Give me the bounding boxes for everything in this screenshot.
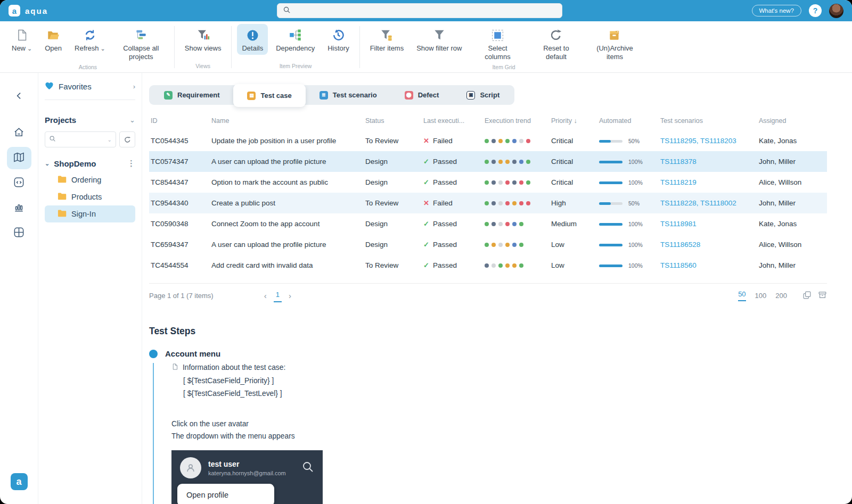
table-row[interactable]: TC6594347A user can upload the profile p… bbox=[149, 234, 827, 255]
brand-name: aqua bbox=[25, 6, 48, 15]
sidebar-item-projects[interactable] bbox=[7, 147, 31, 169]
trend-dot bbox=[519, 263, 523, 268]
chevron-down-icon[interactable]: ⌄ bbox=[108, 137, 112, 143]
table-row[interactable]: TC4544554Add credit card with invalid da… bbox=[149, 255, 827, 276]
tab-requirement[interactable]: ✎ Requirement bbox=[150, 85, 233, 105]
copy-pages-icon[interactable] bbox=[802, 291, 812, 301]
help-button[interactable]: ? bbox=[809, 4, 822, 17]
table-row[interactable]: TC9544340Create a public postTo Review✕F… bbox=[149, 193, 827, 213]
passed-check-icon: ✓ bbox=[423, 178, 429, 186]
automated: 50% bbox=[597, 199, 659, 207]
column-header-name[interactable]: Name bbox=[210, 117, 364, 125]
tab-test-scenario[interactable]: ≣ Test scenario bbox=[306, 85, 391, 105]
page-size-50[interactable]: 50 bbox=[738, 290, 746, 301]
next-page-icon[interactable]: › bbox=[289, 291, 291, 300]
test-scenarios-link[interactable]: TS1118378 bbox=[659, 158, 757, 166]
show-filter-row-button[interactable]: Show filter row bbox=[412, 24, 466, 55]
column-header-last-execution[interactable]: Last executi... bbox=[422, 117, 483, 125]
history-button[interactable]: History bbox=[323, 24, 354, 55]
chevron-left-icon bbox=[14, 90, 24, 103]
user-avatar[interactable] bbox=[829, 4, 843, 18]
column-header-id[interactable]: ID bbox=[149, 117, 210, 125]
test-step[interactable]: Account menu bbox=[149, 349, 827, 358]
column-header-test-scenarios[interactable]: Test scenarios bbox=[659, 117, 757, 125]
test-scenarios-link[interactable]: TS1118981 bbox=[659, 220, 757, 228]
trend-dot bbox=[526, 180, 530, 185]
sidebar-item-reports[interactable] bbox=[7, 197, 31, 219]
tab-test-case[interactable]: ▤ Test case bbox=[233, 84, 305, 107]
dependency-button[interactable]: Dependency bbox=[271, 24, 320, 55]
column-header-execution-trend[interactable]: Execution trend bbox=[483, 117, 550, 125]
test-steps-section: Test Steps Account menu Information abou… bbox=[149, 326, 827, 504]
tab-defect[interactable]: ⬤ Defect bbox=[391, 85, 453, 105]
sidebar-item-home[interactable] bbox=[7, 122, 31, 144]
toolbar-separator bbox=[359, 26, 360, 68]
test-scenario-icon: ≣ bbox=[320, 91, 328, 100]
archive-view-icon[interactable] bbox=[818, 291, 827, 301]
open-button[interactable]: Open bbox=[40, 24, 67, 55]
page-size-200[interactable]: 200 bbox=[775, 292, 787, 300]
reset-to-default-button[interactable]: Reset to default bbox=[528, 24, 584, 64]
whats-new-button[interactable]: What's new? bbox=[752, 5, 801, 16]
current-page[interactable]: 1 bbox=[274, 290, 282, 302]
projects-header[interactable]: Projects ⌄ bbox=[45, 115, 135, 125]
global-search-input[interactable] bbox=[277, 3, 562, 18]
refresh-button[interactable]: Refresh⌄ bbox=[70, 24, 110, 55]
column-header-status[interactable]: Status bbox=[364, 117, 422, 125]
table-row[interactable]: TC0590348Connect Zoom to the app account… bbox=[149, 213, 827, 234]
screenshot-user-name: test user bbox=[208, 460, 286, 468]
execution-trend bbox=[483, 241, 550, 249]
unarchive-items-button[interactable]: (Un)Archive items bbox=[587, 24, 642, 64]
collapse-panel-button[interactable] bbox=[7, 86, 31, 108]
progress-label: 100% bbox=[628, 221, 643, 227]
chevron-right-icon[interactable]: › bbox=[133, 82, 135, 90]
show-views-button[interactable]: Show views bbox=[180, 24, 226, 55]
sidebar-item-dashboard[interactable] bbox=[7, 222, 31, 244]
page-size-100[interactable]: 100 bbox=[755, 292, 767, 300]
tab-script[interactable]: ▣ Script bbox=[453, 85, 513, 105]
details-button[interactable]: Details bbox=[237, 24, 268, 55]
new-button[interactable]: New⌄ bbox=[7, 24, 37, 55]
test-scenarios-link[interactable]: TS1118295, TS1118203 bbox=[659, 137, 757, 145]
chevron-down-icon[interactable]: ⌄ bbox=[45, 160, 50, 167]
tree-node-ordering[interactable]: Ordering bbox=[45, 171, 135, 188]
tree-node-shopdemo[interactable]: ⌄ ShopDemo ⋮ bbox=[45, 155, 135, 171]
trend-dot bbox=[526, 139, 530, 143]
tree-item-label: Sign-In bbox=[71, 210, 96, 218]
testcase-id: TC0590348 bbox=[149, 220, 210, 228]
collapse-all-projects-button[interactable]: Collapse all projects bbox=[113, 24, 169, 64]
column-header-priority[interactable]: Priority ↓ bbox=[550, 117, 597, 125]
test-scenarios-link[interactable]: TS11186528 bbox=[659, 241, 757, 249]
topbar-actions: What's new? ? bbox=[752, 4, 843, 18]
testcase-status: Design bbox=[364, 158, 422, 166]
progress-bar bbox=[599, 140, 622, 143]
trend-dot bbox=[498, 139, 503, 143]
chevron-down-icon[interactable]: ⌄ bbox=[129, 116, 135, 124]
folder-icon bbox=[58, 175, 67, 185]
trend-dot bbox=[512, 201, 517, 205]
table-row[interactable]: TC0544345Update the job position in a us… bbox=[149, 130, 827, 151]
last-execution: ✓Passed bbox=[422, 261, 483, 269]
pagination-bar: Page 1 of 1 (7 items) ‹ 1 › 50 100 200 bbox=[149, 283, 827, 308]
progress-bar bbox=[599, 223, 622, 226]
project-search-input[interactable]: ⌄ bbox=[45, 131, 116, 147]
tree-node-sign-in[interactable]: Sign-In bbox=[45, 205, 135, 222]
column-header-assigned[interactable]: Assigned bbox=[757, 117, 827, 125]
tree-node-products[interactable]: Products bbox=[45, 188, 135, 205]
test-scenarios-link[interactable]: TS1118560 bbox=[659, 261, 757, 269]
table-row[interactable]: TC8544347Option to mark the account as p… bbox=[149, 172, 827, 193]
step-action-2: The dropdown with the menu appears bbox=[171, 432, 827, 440]
project-refresh-button[interactable] bbox=[119, 131, 135, 147]
kebab-menu-icon[interactable]: ⋮ bbox=[127, 159, 135, 168]
select-columns-button[interactable]: Select columns bbox=[470, 24, 525, 64]
favorites-header[interactable]: Favorites › bbox=[45, 81, 135, 92]
test-scenarios-link[interactable]: TS1118219 bbox=[659, 178, 757, 186]
filter-items-button[interactable]: Filter items bbox=[365, 24, 409, 55]
aqua-logo-icon: a bbox=[9, 5, 20, 16]
test-scenarios-link[interactable]: TS1118228, TS1118002 bbox=[659, 199, 757, 207]
column-header-automated[interactable]: Automated bbox=[597, 117, 659, 125]
table-row[interactable]: TC0574347A user can upload the profile p… bbox=[149, 151, 827, 172]
sidebar-item-integrations[interactable] bbox=[7, 172, 31, 194]
priority: High bbox=[550, 199, 597, 207]
prev-page-icon[interactable]: ‹ bbox=[264, 291, 267, 300]
